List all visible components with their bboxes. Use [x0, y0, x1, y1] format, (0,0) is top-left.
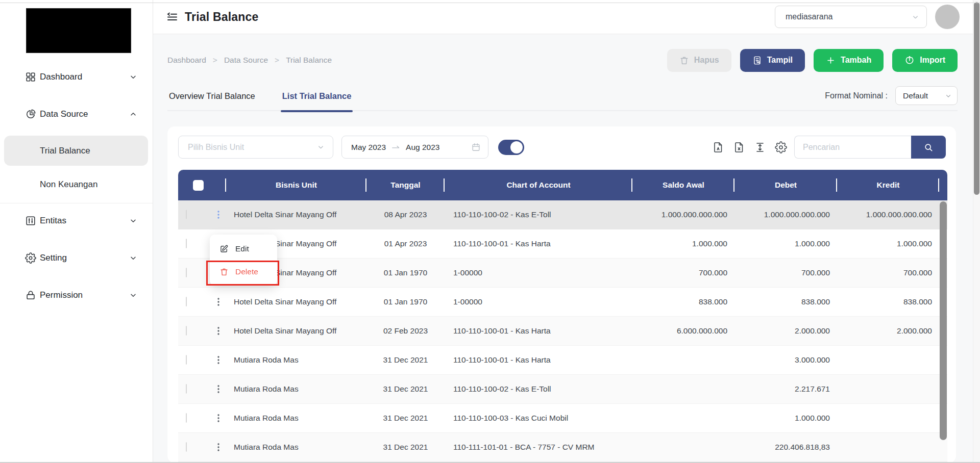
select-all-checkbox[interactable]: [193, 180, 204, 191]
context-menu-delete[interactable]: Delete: [210, 260, 277, 283]
row-checkbox[interactable]: [186, 210, 187, 219]
header-tanggal[interactable]: Tanggal: [366, 170, 445, 200]
table-row[interactable]: Mutiara Roda Mas 31 Dec 2021 110-111-101…: [178, 433, 947, 462]
row-checkbox[interactable]: [186, 442, 187, 452]
cell-kredit: 700.000: [837, 268, 939, 277]
search-input[interactable]: [794, 136, 911, 159]
breadcrumb: Dashboard > Data Source > Trial Balance: [167, 56, 332, 65]
sidebar-item-trial-balance[interactable]: Trial Balance: [4, 136, 148, 166]
row-height-icon[interactable]: [754, 141, 766, 153]
row-checkbox-cell: [178, 443, 211, 452]
company-selector[interactable]: mediasarana: [775, 6, 927, 28]
table-scrollbar-thumb[interactable]: [940, 201, 947, 440]
header-bisnis-unit[interactable]: Bisnis Unit: [226, 170, 366, 200]
sliders-icon: [25, 215, 36, 226]
user-avatar[interactable]: [935, 5, 960, 29]
row-checkbox-cell: [178, 384, 211, 394]
cell-tanggal: 01 Apr 2023: [366, 239, 445, 248]
row-checkbox[interactable]: [186, 239, 187, 248]
export-excel-icon[interactable]: [733, 141, 745, 153]
trash-icon: [679, 56, 689, 65]
header-actions-cell: [211, 170, 226, 200]
table-row[interactable]: Hotel Delta Sinar Mayang Off 01 Jan 1970…: [178, 259, 947, 288]
topbar: Trial Balance mediasarana: [153, 0, 980, 34]
tab-list-trial-balance[interactable]: List Trial Balance: [281, 84, 353, 111]
breadcrumb-separator: >: [213, 56, 217, 65]
cell-kredit: 1.000.000: [837, 239, 939, 248]
edit-icon: [219, 244, 229, 253]
cell-tanggal: 02 Feb 2023: [366, 326, 445, 336]
cell-chart-of-account: 110-110-100-01 - Kas Harta: [445, 326, 632, 336]
header-kredit[interactable]: Kredit: [837, 170, 939, 200]
cell-debet: 1.000.000.000.000: [734, 210, 837, 219]
search-group: [794, 136, 946, 159]
window-top-edge: [0, 3, 980, 3]
row-actions-kebab[interactable]: [211, 414, 226, 423]
cell-bisnis-unit: Mutiara Roda Mas: [226, 384, 366, 394]
calendar-icon: [471, 142, 481, 152]
cell-tanggal: 31 Dec 2021: [366, 443, 445, 452]
row-actions-kebab[interactable]: [211, 355, 226, 365]
format-nominal-select[interactable]: Default: [895, 86, 958, 105]
sidebar-item-dashboard[interactable]: Dashboard: [0, 62, 153, 92]
hapus-button[interactable]: Hapus: [667, 49, 731, 72]
document-search-icon: [752, 56, 762, 65]
pie-chart-icon: [25, 109, 36, 120]
import-button[interactable]: Import: [892, 49, 958, 72]
tambah-button[interactable]: Tambah: [814, 49, 884, 72]
cell-bisnis-unit: Hotel Delta Sinar Mayang Off: [226, 297, 366, 306]
row-actions-kebab[interactable]: [211, 210, 226, 219]
table-row[interactable]: Hotel Delta Sinar Mayang Off 01 Apr 2023…: [178, 229, 947, 259]
header-chart-of-account[interactable]: Chart of Account: [445, 170, 632, 200]
row-checkbox-cell: [178, 297, 211, 306]
row-actions-kebab[interactable]: [211, 443, 226, 452]
table-row[interactable]: Mutiara Roda Mas 31 Dec 2021 110-110-100…: [178, 346, 947, 375]
page-scrollbar[interactable]: [973, 0, 980, 463]
row-actions-kebab[interactable]: [211, 297, 226, 306]
format-nominal-value: Default: [903, 91, 928, 100]
row-checkbox[interactable]: [186, 297, 187, 306]
table-row[interactable]: Hotel Delta Sinar Mayang Off 02 Feb 2023…: [178, 317, 947, 346]
chevron-down-icon: [129, 254, 137, 262]
sidebar-item-data-source[interactable]: Data Source: [0, 99, 153, 129]
row-actions-kebab[interactable]: [211, 384, 226, 394]
row-checkbox[interactable]: [186, 326, 187, 336]
row-checkbox[interactable]: [186, 384, 187, 394]
header-checkbox-cell: [178, 170, 211, 200]
table-row[interactable]: Mutiara Roda Mas 31 Dec 2021 110-110-100…: [178, 404, 947, 433]
page-scrollbar-thumb[interactable]: [974, 2, 979, 195]
cell-chart-of-account: 110-110-100-01 - Kas Harta: [445, 355, 632, 365]
context-menu-edit[interactable]: Edit: [210, 237, 277, 260]
table-settings-icon[interactable]: [775, 141, 787, 153]
header-debet[interactable]: Debet: [734, 170, 837, 200]
table-row[interactable]: Hotel Delta Sinar Mayang Off 08 Apr 2023…: [178, 200, 947, 229]
tampil-button[interactable]: Tampil: [740, 49, 805, 72]
search-button[interactable]: [911, 136, 946, 159]
table-row[interactable]: Hotel Delta Sinar Mayang Off 01 Jan 1970…: [178, 288, 947, 317]
sidebar: Dashboard Data Source Trial Balance Non …: [0, 0, 153, 463]
row-checkbox[interactable]: [186, 355, 187, 365]
bisnis-unit-select[interactable]: Pilih Bisnis Unit: [178, 136, 333, 159]
row-actions-kebab[interactable]: [211, 326, 226, 336]
header-saldo-awal[interactable]: Saldo Awal: [632, 170, 734, 200]
chevron-down-icon: [129, 217, 137, 225]
tab-overview-trial-balance[interactable]: Overview Trial Balance: [167, 84, 257, 111]
breadcrumb-item-dashboard[interactable]: Dashboard: [167, 56, 206, 65]
app-root: Dashboard Data Source Trial Balance Non …: [0, 0, 980, 463]
table-row[interactable]: Mutiara Roda Mas 31 Dec 2021 110-110-100…: [178, 375, 947, 404]
sidebar-item-setting[interactable]: Setting: [0, 243, 153, 273]
cell-saldo-awal: 838.000: [632, 297, 734, 306]
breadcrumb-item-data-source[interactable]: Data Source: [224, 56, 268, 65]
row-checkbox[interactable]: [186, 268, 187, 277]
export-pdf-icon[interactable]: [712, 141, 724, 153]
sidebar-item-non-keuangan[interactable]: Non Keuangan: [4, 171, 148, 198]
date-range-picker[interactable]: May 2023 Aug 2023: [341, 136, 488, 159]
collapse-menu-icon[interactable]: [166, 11, 178, 23]
cell-chart-of-account: 110-111-101-01 - BCA - 7757 - CV MRM: [445, 443, 632, 452]
cell-bisnis-unit: Hotel Delta Sinar Mayang Off: [226, 210, 366, 219]
toggle-switch[interactable]: [498, 140, 524, 155]
sidebar-item-entitas[interactable]: Entitas: [0, 206, 153, 236]
row-checkbox[interactable]: [186, 413, 187, 423]
cell-chart-of-account: 110-110-100-02 - Kas E-Toll: [445, 210, 632, 219]
sidebar-item-permission[interactable]: Permission: [0, 280, 153, 310]
